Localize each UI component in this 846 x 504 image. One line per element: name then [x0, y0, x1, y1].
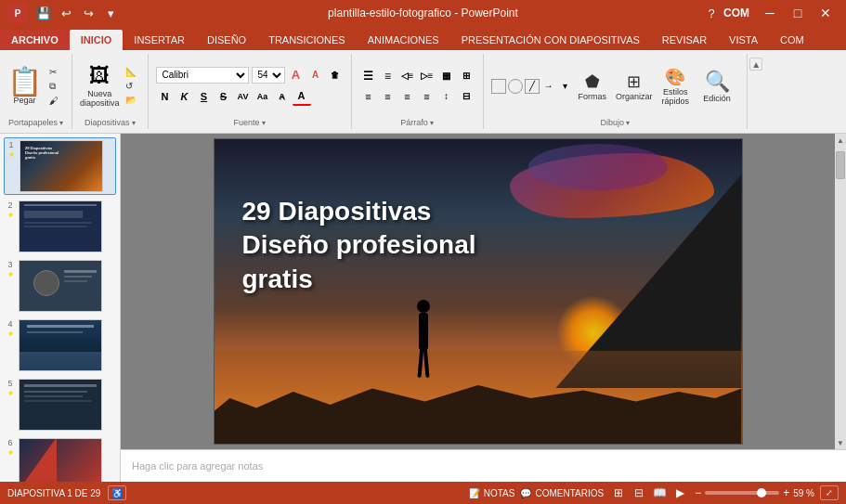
bold-button[interactable]: N	[156, 87, 175, 106]
comentarios-icon: 💬	[520, 488, 531, 498]
paste-button[interactable]: 📋 Pegar	[7, 68, 42, 105]
layout-button[interactable]: 📐	[122, 66, 140, 78]
diapositivas-expand[interactable]: ▾	[132, 119, 136, 127]
diapositivas-content: 🖼 Nuevadiapositiva 📐 ↺ 📂	[80, 56, 140, 116]
shape-line[interactable]: ╱	[525, 79, 540, 94]
minimize-button[interactable]: ─	[757, 0, 783, 26]
parrafo-row-1: ☰ ≡ ◁≡ ▷≡ ▦ ⊞	[359, 67, 475, 85]
align-center-button[interactable]: ≡	[379, 87, 397, 106]
align-right-button[interactable]: ≡	[398, 87, 417, 106]
numbering-button[interactable]: ≡	[379, 67, 397, 85]
new-slide-button[interactable]: 🖼 Nuevadiapositiva	[80, 64, 120, 107]
tab-transiciones[interactable]: TRANSICIONES	[257, 30, 357, 50]
slide-sorter-button[interactable]: ⊟	[630, 485, 648, 500]
scroll-thumb[interactable]	[836, 151, 845, 179]
edicion-button[interactable]: 🔍 Edición	[695, 68, 739, 105]
fit-window-button[interactable]: ⤢	[820, 485, 839, 500]
slide-main-text[interactable]: 29 Diapositivas Diseño profesional grati…	[242, 195, 476, 296]
title-bar: P 💾 ↩ ↪ ▾ plantilla-estilo-fotografico -…	[0, 0, 846, 26]
zoom-value: 59 %	[793, 488, 814, 498]
shape-arrow[interactable]: →	[541, 79, 556, 94]
tab-presentacion[interactable]: PRESENTACIÓN CON DIAPOSITIVAS	[450, 30, 651, 50]
new-slide-label: Nuevadiapositiva	[80, 89, 120, 108]
redo-button[interactable]: ↪	[78, 3, 98, 23]
tab-inicio[interactable]: INICIO	[70, 30, 124, 50]
normal-view-button[interactable]: ⊞	[609, 485, 628, 500]
reading-view-button[interactable]: 📖	[650, 485, 669, 500]
zoom-slider[interactable]	[705, 491, 779, 495]
increase-indent-button[interactable]: ▷≡	[418, 67, 436, 85]
slide-item-4[interactable]: 4 ★	[4, 317, 116, 373]
ribbon-group-parrafo: ☰ ≡ ◁≡ ▷≡ ▦ ⊞ ≡ ≡ ≡ ≡ ↕ ⊟ Párrafo ▾	[352, 54, 484, 129]
slide-star-6: ★	[7, 448, 14, 457]
canvas-area[interactable]: 29 Diapositivas Diseño profesional grati…	[121, 134, 835, 449]
copy-button[interactable]: ⧉	[46, 80, 64, 93]
strikethrough-button[interactable]: S	[215, 87, 233, 106]
customize-qa-button[interactable]: ▾	[100, 3, 121, 23]
organizar-button[interactable]: ⊞ Organizar	[612, 70, 657, 103]
scroll-up-button[interactable]: ▲	[835, 134, 846, 147]
undo-button[interactable]: ↩	[56, 3, 76, 23]
reset-button[interactable]: ↺	[122, 80, 140, 92]
slide-item-3[interactable]: 3 ★	[4, 258, 116, 314]
decrease-font-button[interactable]: A	[307, 67, 324, 84]
formas-button[interactable]: ⬟ Formas	[575, 70, 611, 103]
fuente-expand[interactable]: ▾	[262, 119, 266, 127]
comentarios-button[interactable]: 💬 COMENTARIOS	[520, 488, 604, 498]
case-button[interactable]: Aa	[254, 87, 272, 106]
slide-item-5[interactable]: 5 ★	[4, 377, 116, 433]
columns-button[interactable]: ▦	[437, 67, 456, 85]
bullets-button[interactable]: ☰	[359, 67, 378, 85]
font-color-button[interactable]: A	[293, 87, 311, 106]
ribbon-collapse: ▲	[748, 54, 764, 129]
section-button[interactable]: 📂	[122, 94, 140, 106]
help-button[interactable]: ?	[701, 3, 722, 23]
shape-rect[interactable]	[491, 79, 506, 94]
italic-button[interactable]: K	[176, 87, 194, 106]
shapes-palette: ╱ → ▾	[491, 79, 573, 94]
increase-font-button[interactable]: A	[288, 67, 305, 84]
close-button[interactable]: ✕	[813, 0, 839, 26]
portapapeles-expand[interactable]: ▾	[59, 119, 63, 127]
collapse-ribbon-button[interactable]: ▲	[749, 58, 762, 71]
shape-more[interactable]: ▾	[558, 79, 573, 94]
accessibility-button[interactable]: ♿	[108, 485, 126, 500]
smartart-button[interactable]: ⊞	[457, 67, 475, 85]
tab-com[interactable]: COM	[769, 30, 815, 50]
slide-item-6[interactable]: 6 ★	[4, 436, 116, 482]
font-size-select[interactable]: 54	[252, 67, 285, 84]
organizar-buttons: ⊞ Organizar	[612, 70, 657, 103]
format-painter-button[interactable]: 🖌	[46, 95, 64, 107]
decrease-indent-button[interactable]: ◁≡	[398, 67, 417, 85]
parrafo-expand[interactable]: ▾	[430, 119, 434, 127]
dibujo-expand[interactable]: ▾	[626, 119, 630, 127]
slide-item-2[interactable]: 2 ★	[4, 199, 116, 254]
maximize-button[interactable]: □	[785, 0, 811, 26]
zoom-out-button[interactable]: −	[695, 486, 701, 499]
save-button[interactable]: 💾	[33, 3, 54, 23]
line-spacing-button[interactable]: ↕	[437, 87, 456, 106]
estilos-button[interactable]: 🎨 Estilosrápidos	[658, 65, 694, 108]
spacing-button[interactable]: AV	[234, 87, 253, 106]
columns2-button[interactable]: ⊟	[457, 87, 475, 106]
notes-area[interactable]: Haga clic para agregar notas	[121, 449, 846, 482]
zoom-in-button[interactable]: +	[783, 486, 789, 499]
font-shadow-button[interactable]: A	[273, 87, 292, 106]
tab-animaciones[interactable]: ANIMACIONES	[357, 30, 450, 50]
slideshow-button[interactable]: ▶	[670, 485, 689, 500]
tab-disenio[interactable]: DISEÑO	[196, 30, 257, 50]
tab-archivo[interactable]: ARCHIVO	[0, 30, 70, 50]
clear-format-button[interactable]: 🗑	[327, 67, 344, 84]
slide-item-1[interactable]: 1 ★ 29 DiapositivasDiseño profesionalgra…	[4, 137, 116, 195]
tab-vista[interactable]: VISTA	[718, 30, 769, 50]
align-left-button[interactable]: ≡	[359, 87, 378, 106]
cut-button[interactable]: ✂	[46, 66, 64, 78]
tab-insertar[interactable]: INSERTAR	[123, 30, 196, 50]
tab-revisar[interactable]: REVISAR	[651, 30, 718, 50]
shape-oval[interactable]	[508, 79, 523, 94]
font-name-select[interactable]: Calibri	[156, 67, 249, 84]
scroll-down-button[interactable]: ▼	[835, 436, 846, 449]
underline-button[interactable]: S	[195, 87, 214, 106]
justify-button[interactable]: ≡	[418, 87, 436, 106]
notas-button[interactable]: 📝 NOTAS	[469, 488, 515, 498]
